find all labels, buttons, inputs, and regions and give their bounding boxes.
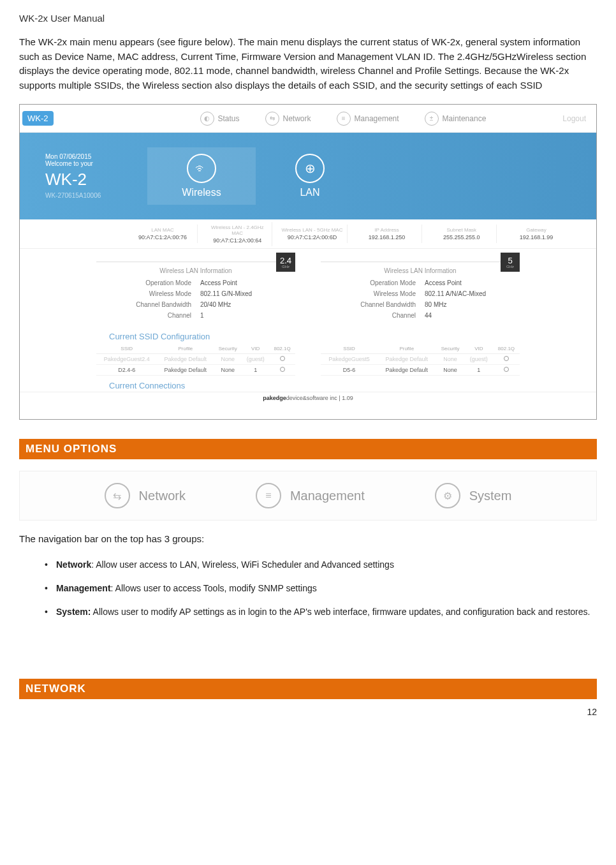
table-header-row: SSID Profile Security VID 802.1Q (96, 344, 295, 354)
hero-welcome: Welcome to your (45, 160, 147, 167)
wlan-table: Operation ModeAccess Point Wireless Mode… (321, 277, 520, 322)
tab-management[interactable]: ≡Management (337, 112, 399, 126)
row-value: 44 (421, 311, 518, 320)
cell-radio (493, 354, 520, 365)
wlan-24: 2.4GHz Wireless LAN Information Operatio… (96, 253, 295, 322)
wlan-title: Wireless LAN Information (96, 262, 295, 277)
row-label: Operation Mode (322, 278, 420, 288)
row-value: 20/40 MHz (196, 300, 294, 309)
tab-maintenance[interactable]: ±Maintenance (425, 112, 487, 126)
row-value: 1 (196, 311, 294, 320)
cell: None (214, 354, 242, 365)
mac-cell-gw: Gateway192.168.1.99 (502, 225, 571, 243)
hero-tile-lan[interactable]: ⊕ LAN (256, 147, 364, 205)
row-value: 802.11 A/N/AC-Mixed (421, 289, 518, 299)
management-icon: ≡ (337, 112, 351, 126)
mac-value: 192.168.1.250 (356, 234, 418, 240)
cell: 1 (465, 365, 493, 376)
mac-cell-lan: LAN MAC90:A7:C1:2A:00:76 (128, 225, 198, 243)
section-network: NETWORK (19, 679, 597, 699)
row-label: Channel (98, 311, 195, 320)
row-value: 802.11 G/N-Mixed (196, 289, 294, 299)
radio-icon[interactable] (504, 356, 509, 361)
mac-value: 90:A7:C1:2A:00:76 (132, 234, 193, 240)
cell: D2.4-6 (96, 365, 157, 376)
nav-item-system[interactable]: ⚙System (435, 483, 512, 508)
wlan-info-row: 2.4GHz Wireless LAN Information Operatio… (20, 253, 596, 322)
page-header: WK-2x User Manual (19, 13, 597, 24)
wifi-icon: ᯤ (187, 154, 216, 183)
management-icon: ≡ (256, 483, 281, 508)
cell: Pakedge Default (378, 354, 436, 365)
tab-label: Status (218, 114, 240, 123)
table-header-row: SSID Profile Security VID 802.1Q (321, 344, 520, 354)
bullet-lead: Network (56, 559, 91, 570)
cell: None (436, 354, 464, 365)
mac-value: 255.255.255.0 (431, 234, 492, 240)
mac-cell-mask: Subnet Mask255.255.255.0 (427, 225, 497, 243)
cell: Pakedge Default (378, 365, 436, 376)
radio-icon[interactable] (280, 367, 285, 372)
table-row: D2.4-6 Pakedge Default None 1 (96, 365, 295, 376)
ghz-value: 2.4 (280, 256, 291, 265)
col-8021q: 802.1Q (493, 344, 520, 354)
nav-label: Management (290, 489, 365, 503)
row-label: Wireless Mode (98, 289, 195, 299)
col-security: Security (436, 344, 464, 354)
ssid-tables: SSID Profile Security VID 802.1Q Pakedge… (20, 344, 596, 376)
topbar-tabs: ◐Status ⇆Network ≡Management ±Maintenanc… (200, 112, 487, 126)
ssid-table-24: SSID Profile Security VID 802.1Q Pakedge… (96, 344, 295, 376)
tab-status[interactable]: ◐Status (200, 112, 240, 126)
hero-tiles: ᯤ Wireless ⊕ LAN (147, 147, 364, 205)
lan-icon: ⊕ (295, 154, 325, 183)
cell: None (214, 365, 242, 376)
status-icon: ◐ (200, 112, 214, 126)
tab-network[interactable]: ⇆Network (265, 112, 311, 126)
table-row: PakedgeGuest5 Pakedge Default None (gues… (321, 354, 520, 365)
page-number: 12 (587, 707, 597, 717)
ghz-badge-24: 2.4GHz (276, 253, 295, 272)
bullet-lead: Management (56, 583, 111, 593)
cell: D5-6 (321, 365, 378, 376)
logout-link[interactable]: Logout (562, 114, 586, 123)
network-icon: ⇆ (105, 483, 130, 508)
mac-label: Wireless LAN - 5GHz MAC (281, 227, 342, 233)
footer: pakedgedevice&software inc | 1.09 (20, 392, 596, 404)
row-value: Access Point (421, 278, 518, 288)
wlan-table: Operation ModeAccess Point Wireless Mode… (96, 277, 295, 322)
radio-icon[interactable] (504, 367, 509, 372)
col-profile: Profile (378, 344, 436, 354)
cell: Pakedge Default (157, 354, 214, 365)
row-label: Channel Bandwidth (98, 300, 195, 309)
ghz-value: 5 (508, 256, 512, 265)
radio-icon[interactable] (280, 356, 285, 361)
row-value: 80 MHz (421, 300, 518, 309)
hero-serial: WK-270615A10006 (45, 192, 147, 199)
table-row: PakedgeGuest2.4 Pakedge Default None (gu… (96, 354, 295, 365)
nav-item-network[interactable]: ⇆Network (105, 483, 186, 508)
maintenance-icon: ± (425, 112, 439, 126)
hero-banner: Mon 07/06/2015 Welcome to your WK-2 WK-2… (20, 133, 596, 219)
row-label: Wireless Mode (322, 289, 420, 299)
mac-label: Gateway (506, 227, 567, 233)
hero-tile-wireless[interactable]: ᯤ Wireless (147, 147, 256, 205)
tile-label: Wireless (147, 187, 256, 198)
col-ssid: SSID (321, 344, 378, 354)
footer-bold: pakedge (263, 395, 286, 401)
cell: Pakedge Default (157, 365, 214, 376)
device-badge: WK-2 (22, 111, 54, 126)
row-label: Operation Mode (98, 278, 195, 288)
bullet-text: : Allow user access to LAN, Wireless, Wi… (91, 559, 394, 570)
mac-cell-24: Wireless LAN - 2.4GHz MAC90:A7:C1:2A:00:… (203, 222, 272, 246)
mac-value: 90:A7:C1:2A:00:6D (281, 234, 342, 240)
col-security: Security (214, 344, 242, 354)
mac-label: LAN MAC (132, 227, 193, 233)
nav-label: System (469, 489, 512, 503)
main-menu-screenshot: WK-2 ◐Status ⇆Network ≡Management ±Maint… (19, 104, 597, 420)
mac-row: LAN MAC90:A7:C1:2A:00:76 Wireless LAN - … (20, 219, 596, 249)
row-value: Access Point (196, 278, 294, 288)
nav-item-management[interactable]: ≡Management (256, 483, 365, 508)
bullet-lead: System: (56, 607, 91, 617)
footer-text: device&software inc | 1.09 (286, 395, 353, 401)
cell: PakedgeGuest2.4 (96, 354, 157, 365)
